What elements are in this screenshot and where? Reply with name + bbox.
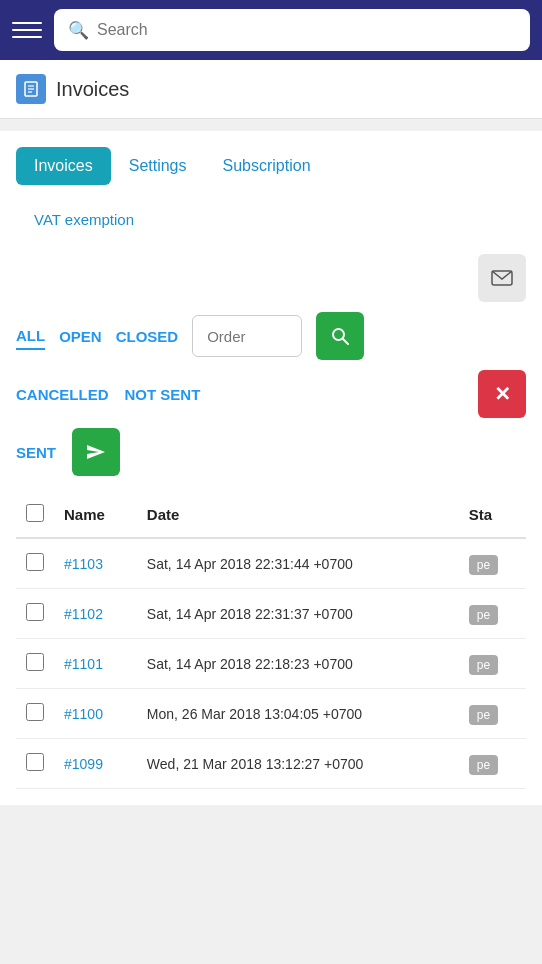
status-badge: pe: [469, 655, 498, 675]
row-date: Sat, 14 Apr 2018 22:31:44 +0700: [137, 538, 459, 589]
col-status: Sta: [459, 492, 526, 538]
row-date: Sat, 14 Apr 2018 22:31:37 +0700: [137, 589, 459, 639]
search-bar[interactable]: 🔍: [54, 9, 530, 51]
search-button[interactable]: [316, 312, 364, 360]
row-status: pe: [459, 739, 526, 789]
filter-open[interactable]: OPEN: [59, 324, 102, 349]
row-status: pe: [459, 589, 526, 639]
table-row: #1099 Wed, 21 Mar 2018 13:12:27 +0700 pe: [16, 739, 526, 789]
invoice-link[interactable]: #1101: [64, 656, 103, 672]
status-badge: pe: [469, 755, 498, 775]
invoice-table: Name Date Sta #1103 Sat, 14 Apr 2018 22:…: [16, 492, 526, 789]
invoice-link[interactable]: #1099: [64, 756, 103, 772]
tab-subscription[interactable]: Subscription: [205, 147, 329, 185]
tab-vat-exemption[interactable]: VAT exemption: [16, 201, 152, 238]
email-button-row: [16, 254, 526, 302]
content-area: Invoices Settings Subscription VAT exemp…: [0, 131, 542, 805]
status-badge: pe: [469, 705, 498, 725]
invoice-link[interactable]: #1100: [64, 706, 103, 722]
invoice-link[interactable]: #1103: [64, 556, 103, 572]
col-checkbox: [16, 492, 54, 538]
table-row: #1103 Sat, 14 Apr 2018 22:31:44 +0700 pe: [16, 538, 526, 589]
search-input[interactable]: [97, 21, 516, 39]
row-name[interactable]: #1103: [54, 538, 137, 589]
row-checkbox-cell[interactable]: [16, 739, 54, 789]
row-status: pe: [459, 538, 526, 589]
row-name[interactable]: #1100: [54, 689, 137, 739]
row-checkbox[interactable]: [26, 753, 44, 771]
send-button[interactable]: [72, 428, 120, 476]
filter-row-2: CANCELLED NOT SENT ✕: [16, 370, 526, 418]
search-icon: 🔍: [68, 20, 89, 41]
status-badge: pe: [469, 605, 498, 625]
tab-settings[interactable]: Settings: [111, 147, 205, 185]
table-row: #1101 Sat, 14 Apr 2018 22:18:23 +0700 pe: [16, 639, 526, 689]
close-icon: ✕: [494, 382, 511, 406]
svg-line-6: [343, 339, 349, 345]
invoice-link[interactable]: #1102: [64, 606, 103, 622]
filter-row-1: ALL OPEN CLOSED: [16, 312, 526, 360]
filter-section: ALL OPEN CLOSED CANCELLED NOT SENT ✕: [16, 254, 526, 476]
page-header: Invoices: [0, 60, 542, 119]
filter-closed[interactable]: CLOSED: [116, 324, 179, 349]
menu-icon[interactable]: [12, 22, 42, 38]
filter-row-3: SENT: [16, 428, 526, 476]
order-input[interactable]: [192, 315, 302, 357]
row-checkbox-cell[interactable]: [16, 538, 54, 589]
row-checkbox[interactable]: [26, 653, 44, 671]
tab-invoices[interactable]: Invoices: [16, 147, 111, 185]
status-badge: pe: [469, 555, 498, 575]
row-date: Mon, 26 Mar 2018 13:04:05 +0700: [137, 689, 459, 739]
row-date: Sat, 14 Apr 2018 22:18:23 +0700: [137, 639, 459, 689]
row-status: pe: [459, 689, 526, 739]
table-header-row: Name Date Sta: [16, 492, 526, 538]
clear-button[interactable]: ✕: [478, 370, 526, 418]
row-name[interactable]: #1099: [54, 739, 137, 789]
table-row: #1102 Sat, 14 Apr 2018 22:31:37 +0700 pe: [16, 589, 526, 639]
filter-cancelled[interactable]: CANCELLED: [16, 382, 109, 407]
row-date: Wed, 21 Mar 2018 13:12:27 +0700: [137, 739, 459, 789]
page-title: Invoices: [56, 78, 129, 101]
row-checkbox-cell[interactable]: [16, 639, 54, 689]
row-checkbox-cell[interactable]: [16, 689, 54, 739]
row-name[interactable]: #1101: [54, 639, 137, 689]
row-checkbox[interactable]: [26, 703, 44, 721]
col-name: Name: [54, 492, 137, 538]
table-row: #1100 Mon, 26 Mar 2018 13:04:05 +0700 pe: [16, 689, 526, 739]
tab-bar: Invoices Settings Subscription: [16, 147, 526, 185]
filter-all[interactable]: ALL: [16, 323, 45, 350]
top-navigation-bar: 🔍: [0, 0, 542, 60]
filter-not-sent[interactable]: NOT SENT: [125, 382, 201, 407]
select-all-checkbox[interactable]: [26, 504, 44, 522]
row-checkbox[interactable]: [26, 603, 44, 621]
filter-sent[interactable]: SENT: [16, 444, 56, 461]
col-date: Date: [137, 492, 459, 538]
svg-marker-7: [87, 445, 105, 459]
row-status: pe: [459, 639, 526, 689]
row-name[interactable]: #1102: [54, 589, 137, 639]
page-icon: [16, 74, 46, 104]
row-checkbox[interactable]: [26, 553, 44, 571]
email-button[interactable]: [478, 254, 526, 302]
row-checkbox-cell[interactable]: [16, 589, 54, 639]
